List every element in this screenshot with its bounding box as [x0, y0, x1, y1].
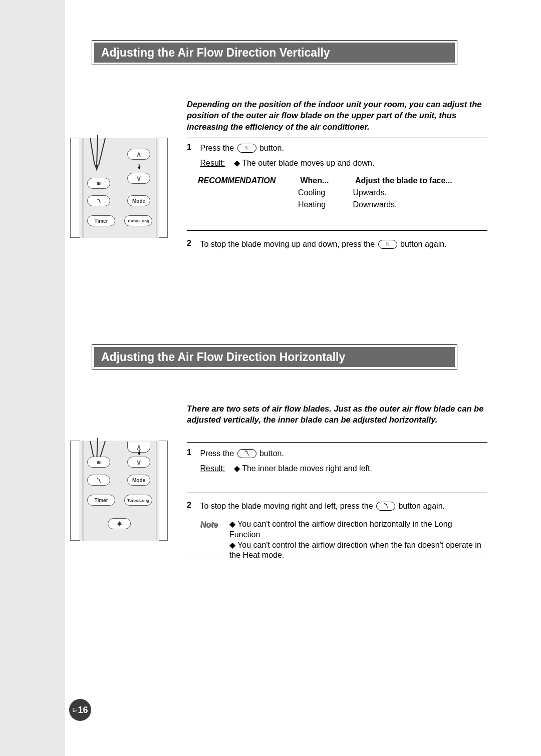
note-horizontal: Note ◆ You can't control the airflow dir…: [187, 519, 487, 561]
section-header-horizontal: Adjusting the Air Flow Direction Horizon…: [92, 344, 457, 369]
step1-post: button.: [259, 449, 284, 458]
rec-row: Cooling Upwards.: [298, 188, 387, 197]
step1-post: button.: [259, 144, 284, 152]
section-title-horizontal: Adjusting the Air Flow Direction Horizon…: [101, 350, 345, 364]
step-1-vertical: 1 Press the ≋ button.: [187, 143, 487, 154]
page-prefix: E-: [72, 707, 77, 713]
remote-turbo-button: Turbo/Long: [124, 215, 152, 226]
step2-post: button again.: [398, 502, 445, 510]
swing-vertical-button-icon: ≋: [378, 240, 397, 249]
step-1-horizontal: 1 Press the 〽 button.: [187, 448, 487, 459]
remote-up-button: ∧: [127, 149, 150, 160]
result-text: The outer blade moves up and down.: [242, 159, 374, 167]
svg-line-2: [99, 138, 105, 165]
page-number-badge: E-16: [69, 699, 91, 721]
recommendation-label: RECOMMENDATION: [198, 176, 298, 185]
remote-illustration-vertical: ∧ 🌡 ∨ ≋ 〽 Mode Timer Turbo/Long: [70, 138, 168, 238]
swing-horizontal-button-icon: 〽: [376, 502, 395, 511]
recommendation-header: RECOMMENDATION When... Adjust the blade …: [198, 176, 452, 185]
rec-when: Heating: [298, 200, 351, 209]
section-header-vertical: Adjusting the Air Flow Direction Vertica…: [92, 40, 457, 65]
section-title-vertical: Adjusting the Air Flow Direction Vertica…: [101, 46, 330, 60]
highlight-rays-icon: [78, 135, 118, 180]
result-label: Result:: [200, 464, 225, 473]
step-1-result-horizontal: Result: ◆ The inner blade moves right an…: [187, 463, 487, 474]
step-2-horizontal: 2 To stop the blade moving right and lef…: [187, 501, 487, 512]
note-label: Note: [200, 519, 227, 530]
page-number: 16: [78, 705, 88, 715]
left-margin-band: [0, 0, 65, 756]
remote-fan-button: ✱: [108, 518, 131, 529]
rec-face: Downwards.: [353, 200, 397, 209]
rec-face: Upwards.: [353, 188, 387, 197]
intro-horizontal: There are two sets of air flow blades. J…: [187, 403, 487, 426]
step2-post: button again.: [400, 240, 447, 248]
result-text: The inner blade moves right and left.: [242, 464, 372, 473]
swing-horizontal-button-icon: 〽: [237, 449, 256, 458]
remote-illustration-horizontal: ∧ 🌡 ∨ ≋ 〽 Mode Timer Turbo/Long ✱: [70, 441, 168, 541]
step-1-result-vertical: Result: ◆ The outer blade moves up and d…: [187, 158, 487, 169]
remote-swing-v-button: ≋: [87, 457, 110, 468]
remote-mode-button: Mode: [127, 475, 150, 486]
step2-pre: To stop the blade moving right and left,…: [200, 502, 373, 510]
note-text-1: You can't control the airflow direction …: [229, 520, 452, 539]
rec-col-when: When...: [300, 176, 353, 185]
svg-line-1: [90, 138, 95, 165]
step1-pre: Press the: [200, 449, 234, 458]
remote-swing-h-button: 〽: [87, 195, 110, 206]
remote-swing-v-button: ≋: [87, 178, 110, 189]
rec-row: Heating Downwards.: [298, 200, 397, 209]
rec-when: Cooling: [298, 188, 351, 197]
svg-line-0: [97, 135, 98, 165]
remote-mode-button: Mode: [127, 195, 150, 206]
svg-marker-3: [95, 165, 99, 171]
swing-vertical-button-icon: ≋: [237, 144, 256, 153]
divider: [187, 230, 487, 231]
divider: [187, 556, 487, 556]
intro-vertical: Depending on the position of the indoor …: [187, 99, 487, 132]
remote-turbo-button: Turbo/Long: [124, 495, 152, 506]
remote-down-button: ∨: [127, 457, 150, 468]
result-label: Result:: [200, 159, 225, 167]
step-2-vertical: 2 To stop the blade moving up and down, …: [187, 239, 487, 250]
note-text-2: You can't control the airflow direction …: [229, 541, 481, 560]
remote-timer-button: Timer: [87, 215, 115, 226]
remote-timer-button: Timer: [87, 495, 115, 506]
divider: [187, 493, 487, 493]
step2-pre: To stop the blade moving up and down, pr…: [200, 240, 375, 248]
remote-swing-h-button: 〽: [87, 475, 110, 486]
remote-down-button: ∨: [127, 173, 150, 184]
rec-col-face: Adjust the blade to face...: [355, 176, 452, 185]
divider: [187, 442, 487, 443]
divider: [187, 138, 487, 138]
step1-pre: Press the: [200, 144, 234, 152]
